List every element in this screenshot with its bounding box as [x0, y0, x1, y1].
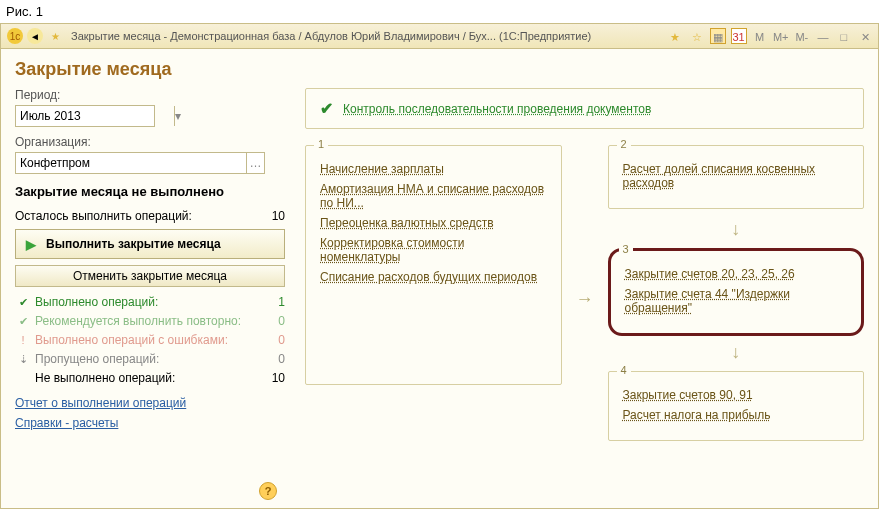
step1-num: 1	[314, 138, 328, 150]
mminus-icon[interactable]: M-	[794, 29, 810, 45]
star-icon[interactable]: ★	[47, 28, 63, 44]
help-icon[interactable]: ?	[259, 482, 277, 500]
stat-retry-value: 0	[261, 314, 285, 328]
stat-notdone-label: Не выполнено операций:	[35, 371, 261, 385]
arrow-down-icon: ↓	[608, 342, 865, 363]
titlebar: 1c ◄ ★ Закрытие месяца - Демонстрационна…	[0, 23, 879, 49]
step1-item[interactable]: Переоценка валютных средств	[320, 216, 547, 230]
execute-label: Выполнить закрытие месяца	[46, 237, 221, 251]
cancel-button[interactable]: Отменить закрытие месяца	[15, 265, 285, 287]
step1-item[interactable]: Амортизация НМА и списание расходов по Н…	[320, 182, 547, 210]
link-icon[interactable]: ☆	[689, 29, 705, 45]
step2-num: 2	[617, 138, 631, 150]
alert-icon: !	[15, 334, 31, 346]
check-icon: ✔	[320, 99, 333, 118]
ops-left-label: Осталось выполнить операций:	[15, 209, 192, 223]
org-combo[interactable]: …	[15, 152, 265, 174]
stat-errors-value: 0	[261, 333, 285, 347]
skip-icon: ⇣	[15, 353, 31, 366]
period-combo[interactable]: ▾	[15, 105, 155, 127]
arrow-down-icon: ↓	[608, 219, 865, 240]
maximize-icon[interactable]: □	[836, 29, 852, 45]
app-icon: 1c	[7, 28, 23, 44]
page-title: Закрытие месяца	[15, 59, 864, 80]
arrow-right-icon: →	[576, 289, 594, 310]
minimize-icon[interactable]: —	[815, 29, 831, 45]
step2-item[interactable]: Расчет долей списания косвенных расходов	[623, 162, 850, 190]
ops-left-count: 10	[272, 209, 285, 223]
period-input[interactable]	[16, 106, 174, 126]
step4-item[interactable]: Расчет налога на прибыль	[623, 408, 850, 422]
step3-item[interactable]: Закрытие счетов 20, 23, 25, 26	[625, 267, 848, 281]
stat-skipped-label: Пропущено операций:	[35, 352, 261, 366]
execute-button[interactable]: ▶ Выполнить закрытие месяца	[15, 229, 285, 259]
close-icon[interactable]: ✕	[857, 29, 873, 45]
back-icon[interactable]: ◄	[27, 28, 43, 44]
check-icon: ✔	[15, 315, 31, 328]
stat-errors-label: Выполнено операций с ошибками:	[35, 333, 261, 347]
calendar-icon[interactable]: 31	[731, 28, 747, 44]
step2-box: 2 Расчет долей списания косвенных расход…	[608, 145, 865, 209]
step1-box: 1 Начисление зарплаты Амортизация НМА и …	[305, 145, 562, 385]
calc-icon[interactable]: ▦	[710, 28, 726, 44]
step1-item[interactable]: Корректировка стоимости номенклатуры	[320, 236, 547, 264]
check-icon: ✔	[15, 296, 31, 309]
step3-item[interactable]: Закрытие счета 44 "Издержки обращения"	[625, 287, 848, 315]
window-title: Закрытие месяца - Демонстрационная база …	[71, 30, 666, 42]
mplus-icon[interactable]: M+	[773, 29, 789, 45]
figure-caption: Рис. 1	[0, 0, 879, 23]
control-row: ✔ Контроль последовательности проведения…	[305, 88, 864, 129]
status-heading: Закрытие месяца не выполнено	[15, 184, 285, 199]
m-icon[interactable]: M	[752, 29, 768, 45]
refs-link[interactable]: Справки - расчеты	[15, 416, 118, 430]
play-icon: ▶	[26, 237, 36, 252]
period-label: Период:	[15, 88, 285, 102]
report-link[interactable]: Отчет о выполнении операций	[15, 396, 186, 410]
fav-icon[interactable]: ★	[667, 29, 683, 45]
stat-notdone-value: 10	[261, 371, 285, 385]
step3-num: 3	[619, 243, 633, 255]
org-input[interactable]	[16, 153, 246, 173]
org-label: Организация:	[15, 135, 285, 149]
stat-retry-label: Рекомендуется выполнить повторно:	[35, 314, 261, 328]
period-dropdown-icon[interactable]: ▾	[174, 106, 181, 126]
step3-box: 3 Закрытие счетов 20, 23, 25, 26 Закрыти…	[608, 248, 865, 336]
stat-done-label: Выполнено операций:	[35, 295, 261, 309]
stat-skipped-value: 0	[261, 352, 285, 366]
step1-item[interactable]: Списание расходов будущих периодов	[320, 270, 547, 284]
step4-box: 4 Закрытие счетов 90, 91 Расчет налога н…	[608, 371, 865, 441]
control-link[interactable]: Контроль последовательности проведения д…	[343, 102, 651, 116]
org-lookup-icon[interactable]: …	[246, 153, 264, 173]
stat-done-value: 1	[261, 295, 285, 309]
step4-item[interactable]: Закрытие счетов 90, 91	[623, 388, 850, 402]
step1-item[interactable]: Начисление зарплаты	[320, 162, 547, 176]
step4-num: 4	[617, 364, 631, 376]
